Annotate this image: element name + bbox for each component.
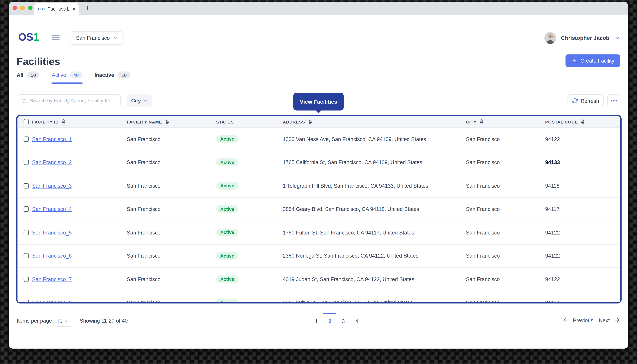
previous-page-button[interactable]: Previous	[562, 317, 593, 324]
facility-name-cell: San Francisco	[127, 160, 216, 166]
view-facilities-label: View Facilities	[300, 98, 337, 105]
view-facilities-tooltip[interactable]: View Facilities	[293, 92, 344, 110]
page-number-1[interactable]: 1	[311, 316, 322, 326]
facility-id-link[interactable]: San Francisco_6	[32, 253, 72, 259]
facility-id-link[interactable]: San Francisco_8	[32, 300, 72, 304]
sort-icon[interactable]	[308, 119, 312, 124]
sort-icon[interactable]	[165, 119, 169, 124]
facility-name-cell: San Francisco	[127, 300, 216, 304]
tab-active[interactable]: Active40	[52, 72, 82, 84]
arrow-right-icon	[614, 317, 620, 324]
facility-id-link[interactable]: San Francisco_4	[32, 206, 72, 212]
facility-id-cell: San Francisco_4	[32, 206, 127, 212]
row-checkbox[interactable]	[24, 160, 29, 165]
search-input[interactable]	[30, 98, 116, 104]
previous-label: Previous	[573, 317, 593, 323]
row-checkbox[interactable]	[24, 136, 29, 142]
new-tab-button[interactable]	[84, 5, 90, 11]
browser-toolbar: OS1.com/facilities-list	[9, 14, 628, 25]
arrow-left-icon	[562, 317, 569, 324]
site-selector-dropdown[interactable]: San Francisco	[70, 31, 124, 45]
close-tab-icon[interactable]	[72, 7, 76, 11]
page-number-2[interactable]: 2	[325, 316, 335, 326]
tab-all[interactable]: All50	[17, 72, 40, 84]
address-cell: 3854 Geary Blvd, San Francisco, CA 94118…	[283, 206, 466, 212]
row-checkbox[interactable]	[24, 300, 29, 304]
browser-tab[interactable]: OS1 Facilities List	[34, 3, 79, 14]
row-checkbox[interactable]	[24, 230, 29, 235]
facility-id-link[interactable]: San Francisco_5	[32, 230, 72, 236]
address-cell: 1300 Van Ness Ave, San Francisco, CA 941…	[283, 136, 466, 142]
facility-id-link[interactable]: San Francisco_1	[32, 136, 72, 142]
city-cell: San Francisco	[466, 136, 545, 142]
table-row[interactable]: San Francisco_7San FranciscoActive4019 J…	[18, 268, 620, 291]
facility-id-link[interactable]: San Francisco_3	[32, 183, 72, 189]
tab-count-badge: 10	[118, 72, 130, 78]
postal-code-cell: 94122	[545, 253, 620, 259]
address-cell: 2350 Noriega St, San Francisco, CA 94122…	[283, 253, 466, 259]
facility-id-link[interactable]: San Francisco_7	[32, 276, 72, 282]
sort-icon[interactable]	[581, 119, 585, 124]
status-cell: Active	[216, 275, 283, 283]
pagination-footer: Items per page 10 Showing 11-20 of 40 12…	[9, 313, 628, 348]
chevron-down-icon	[143, 98, 148, 103]
search-input-wrap[interactable]	[17, 94, 121, 107]
refresh-icon	[572, 98, 578, 104]
row-checkbox-cell	[18, 206, 32, 212]
facility-id-cell: San Francisco_7	[32, 276, 127, 282]
table-row[interactable]: San Francisco_1San FranciscoActive1300 V…	[18, 128, 620, 151]
tab-inactive[interactable]: Inactive10	[94, 72, 130, 84]
table-row[interactable]: San Francisco_3San FranciscoActive1 Tele…	[18, 174, 620, 198]
hamburger-menu-icon[interactable]	[52, 34, 60, 41]
column-header: STATUS	[216, 119, 283, 124]
status-cell: Active	[216, 299, 283, 304]
minimize-window-button[interactable]	[20, 6, 25, 10]
row-checkbox[interactable]	[24, 183, 29, 188]
row-checkbox[interactable]	[24, 206, 29, 212]
more-actions-button[interactable]	[608, 94, 620, 107]
postal-code-cell: 94133	[545, 160, 620, 166]
create-facility-button[interactable]: Create Facility	[566, 54, 620, 67]
postal-code-cell: 94117	[545, 206, 620, 212]
table-row[interactable]: San Francisco_6San FranciscoActive2350 N…	[18, 244, 620, 268]
items-per-page-select[interactable]: 10	[53, 316, 73, 327]
app-content: OS1 San Francisco Christopher Jacob Fac	[9, 25, 628, 348]
table-row[interactable]: San Francisco_5San FranciscoActive1750 F…	[18, 221, 620, 244]
status-cell: Active	[216, 135, 283, 143]
close-window-button[interactable]	[13, 6, 17, 10]
sort-icon[interactable]	[62, 119, 66, 124]
user-menu[interactable]: Christopher Jacob	[544, 31, 620, 44]
create-facility-label: Create Facility	[580, 58, 614, 64]
items-per-page-value: 10	[57, 318, 62, 324]
address-cell: 1765 California St, San Francisco, CA 94…	[283, 160, 466, 166]
postal-code-cell: 94122	[545, 230, 620, 236]
status-badge: Active	[216, 135, 238, 143]
city-cell: San Francisco	[466, 276, 545, 282]
select-all-checkbox[interactable]	[24, 119, 29, 124]
zoom-window-button[interactable]	[28, 6, 33, 10]
refresh-button[interactable]: Refresh	[568, 94, 604, 107]
table-row[interactable]: San Francisco_4San FranciscoActive3854 G…	[18, 198, 620, 221]
tab-count-badge: 40	[70, 72, 82, 78]
page-number-list: 1234	[311, 316, 362, 326]
column-header: FACILITY ID	[32, 119, 127, 124]
facility-name-cell: San Francisco	[127, 206, 216, 212]
row-checkbox-cell	[18, 253, 32, 258]
table-body: San Francisco_1San FranciscoActive1300 V…	[18, 128, 620, 304]
page-number-3[interactable]: 3	[338, 316, 348, 326]
table-row[interactable]: San Francisco_2San FranciscoActive1765 C…	[18, 151, 620, 174]
row-checkbox-cell	[18, 300, 32, 304]
facility-id-link[interactable]: San Francisco_2	[32, 160, 72, 166]
tab-favicon: OS1	[38, 7, 45, 11]
table-row[interactable]: San Francisco_8San FranciscoActive3960 I…	[18, 291, 620, 304]
address-cell: 1 Telegraph Hill Blvd, San Francisco, CA…	[283, 183, 466, 189]
row-checkbox[interactable]	[24, 276, 29, 282]
column-header: ADDRESS	[283, 119, 466, 124]
page-number-4[interactable]: 4	[352, 316, 362, 326]
row-checkbox[interactable]	[24, 253, 29, 258]
facility-id-cell: San Francisco_5	[32, 230, 127, 236]
sort-icon[interactable]	[480, 119, 484, 124]
status-badge: Active	[216, 182, 238, 190]
next-page-button[interactable]: Next	[599, 317, 620, 324]
city-filter-dropdown[interactable]: City	[127, 94, 152, 107]
